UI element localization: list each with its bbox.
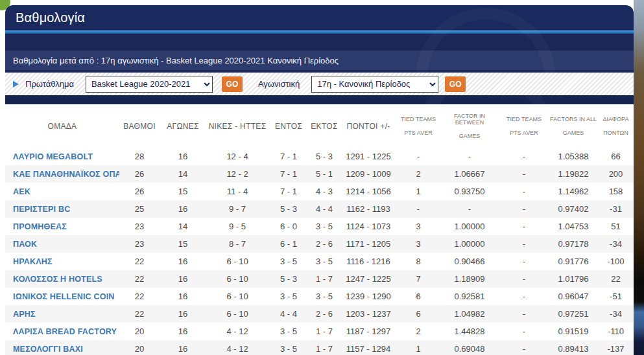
championship-select[interactable]: Basket League 2020-2021	[86, 76, 213, 93]
team-name[interactable]: ΠΕΡΙΣΤΕΡΙ BC	[5, 200, 119, 218]
cell-wins-losses: 9 - 7	[206, 200, 268, 218]
cell-point-diff: 200	[598, 165, 634, 183]
cell-points: 26	[119, 183, 160, 200]
cell-factor-between: 1.44828	[440, 323, 499, 340]
cell-factor-all: 1.14962	[549, 183, 598, 200]
col-header-team: ΟΜΑΔΑ	[5, 104, 119, 148]
table-row: ΠΡΟΜΗΘΕΑΣ 23 14 9 - 5 6 - 0 3 - 5 1124 -…	[5, 218, 634, 235]
cell-games: 16	[160, 323, 206, 340]
cell-home-record: 3 - 5	[268, 253, 309, 270]
cell-point-diff: -34	[598, 235, 634, 253]
cell-tied-teams-1: 7	[397, 270, 440, 288]
cell-factor-all: 0.91776	[549, 253, 598, 270]
cell-points: 22	[119, 288, 160, 305]
cell-factor-between: 0.69048	[440, 340, 499, 355]
cell-factor-all: 1.04753	[549, 218, 598, 235]
cell-tied-teams-2: -	[499, 340, 549, 355]
team-name[interactable]: ΠΑΟΚ	[5, 235, 119, 253]
cell-factor-between: 1.04982	[440, 305, 499, 323]
cell-points-for-against: 1124 - 1073	[340, 218, 397, 235]
cell-away-record: 2 - 6	[309, 305, 340, 323]
cell-tied-teams-1: 1	[397, 340, 440, 355]
cell-wins-losses: 4 - 12	[206, 340, 268, 355]
cell-games: 16	[160, 148, 206, 165]
cell-tied-teams-2: -	[499, 288, 549, 305]
team-name[interactable]: ΙΩΝΙΚΟΣ HELLENIC COIN	[5, 288, 119, 305]
cell-games: 16	[160, 340, 206, 355]
cell-home-record: 3 - 5	[268, 288, 309, 305]
cell-factor-all: 0.91519	[549, 323, 598, 340]
cell-points-for-against: 1214 - 1056	[340, 183, 397, 200]
team-name[interactable]: ΑΡΗΣ	[5, 305, 119, 323]
cell-factor-all: 0.97178	[549, 235, 598, 253]
col-header-point-diff: ΔΙΑΦΟΡΑ ΠΟΝΤΩΝ	[598, 104, 634, 148]
cell-points-for-against: 1162 - 1193	[340, 200, 397, 218]
cell-point-diff: -34	[598, 305, 634, 323]
navy-band-top	[5, 34, 634, 51]
cell-points-for-against: 1157 - 1294	[340, 340, 397, 355]
championship-go-button[interactable]: GO	[222, 76, 243, 92]
cell-away-record: 2 - 6	[309, 235, 340, 253]
cell-point-diff: 22	[598, 270, 634, 288]
team-name[interactable]: ΑΕΚ	[5, 183, 119, 200]
cell-wins-losses: 6 - 10	[206, 305, 268, 323]
team-name[interactable]: ΜΕΣΟΛΟΓΓΙ BAXI	[5, 340, 119, 355]
cell-factor-all: 0.89413	[549, 340, 598, 355]
cell-home-record: 4 - 4	[268, 305, 309, 323]
team-name[interactable]: ΛΑΡΙΣΑ BREAD FACTORY	[5, 323, 119, 340]
cell-home-record: 7 - 1	[268, 148, 309, 165]
table-row: ΙΩΝΙΚΟΣ HELLENIC COIN 22 16 6 - 10 3 - 5…	[5, 288, 634, 305]
cell-wins-losses: 6 - 10	[206, 253, 268, 270]
cell-tied-teams-1: 6	[397, 288, 440, 305]
table-row: ΗΡΑΚΛΗΣ 22 16 6 - 10 3 - 5 3 - 5 1116 - …	[5, 253, 634, 270]
table-row: ΠΑΟΚ 23 15 8 - 7 6 - 1 2 - 6 1171 - 1205…	[5, 235, 634, 253]
cell-points-for-against: 1247 - 1225	[340, 270, 397, 288]
team-name[interactable]: ΠΡΟΜΗΘΕΑΣ	[5, 218, 119, 235]
table-row: ΚΑΕ ΠΑΝΑΘΗΝΑΪΚΟΣ ΟΠΑΠ 26 14 12 - 2 7 - 1…	[5, 165, 634, 183]
cell-wins-losses: 6 - 10	[206, 270, 268, 288]
cell-away-record: 3 - 5	[309, 218, 340, 235]
cell-away-record: 1 - 7	[309, 270, 340, 288]
cell-home-record: 3 - 5	[268, 323, 309, 340]
table-row: ΛΑΥΡΙΟ MEGABOLT 28 16 12 - 4 7 - 1 5 - 3…	[5, 148, 634, 165]
arrow-right-icon	[13, 81, 19, 87]
team-name[interactable]: ΚΑΕ ΠΑΝΑΘΗΝΑΪΚΟΣ ΟΠΑΠ	[5, 165, 119, 183]
cell-home-record: 5 - 3	[268, 270, 309, 288]
cell-tied-teams-1: 3	[397, 235, 440, 253]
cell-factor-between: 1.06667	[440, 165, 499, 183]
cell-point-diff: -51	[598, 288, 634, 305]
team-name[interactable]: ΛΑΥΡΙΟ MEGABOLT	[5, 148, 119, 165]
background-photo-strip	[634, 0, 644, 355]
cell-points: 23	[119, 218, 160, 235]
col-header-points: ΒΑΘΜΟΙ	[119, 104, 160, 148]
col-header-games: ΑΓΩΝΕΣ	[160, 104, 206, 148]
cell-away-record: 3 - 5	[309, 288, 340, 305]
cell-factor-between: 1.00000	[440, 218, 499, 235]
cell-wins-losses: 12 - 2	[206, 165, 268, 183]
subtitle-text: Βαθμολογία μετά από : 17η αγωνιστική - B…	[13, 56, 339, 65]
table-row: ΑΕΚ 26 15 11 - 4 7 - 1 4 - 3 1214 - 1056…	[5, 183, 634, 200]
cell-tied-teams-1: 6	[397, 305, 440, 323]
cell-games: 16	[160, 253, 206, 270]
cell-points-for-against: 1209 - 1009	[340, 165, 397, 183]
cell-games: 14	[160, 218, 206, 235]
standings-table: ΟΜΑΔΑ ΒΑΘΜΟΙ ΑΓΩΝΕΣ ΝΙΚΕΣ - ΗΤΤΕΣ ΕΝΤΟΣ …	[5, 104, 634, 355]
cell-wins-losses: 12 - 4	[206, 148, 268, 165]
cell-tied-teams-2: -	[499, 235, 549, 253]
col-header-home: ΕΝΤΟΣ	[268, 104, 309, 148]
cell-points: 20	[119, 340, 160, 355]
cell-factor-all: 0.97402	[549, 200, 598, 218]
cell-games: 16	[160, 305, 206, 323]
cell-tied-teams-1: -	[397, 148, 440, 165]
cell-tied-teams-2: -	[499, 323, 549, 340]
page-title: Βαθμολογία	[16, 10, 85, 25]
team-name[interactable]: ΗΡΑΚΛΗΣ	[5, 253, 119, 270]
cell-tied-teams-2: -	[499, 218, 549, 235]
cell-factor-all: 1.19822	[549, 165, 598, 183]
cell-tied-teams-2: -	[499, 200, 549, 218]
standings-panel: Βαθμολογία Βαθμολογία μετά από : 17η αγω…	[5, 5, 634, 355]
team-name[interactable]: ΚΟΛΟΣΣΟΣ H HOTELS	[5, 270, 119, 288]
cell-wins-losses: 6 - 10	[206, 288, 268, 305]
cell-away-record: 1 - 7	[309, 340, 340, 355]
panel-header: Βαθμολογία	[5, 5, 634, 30]
